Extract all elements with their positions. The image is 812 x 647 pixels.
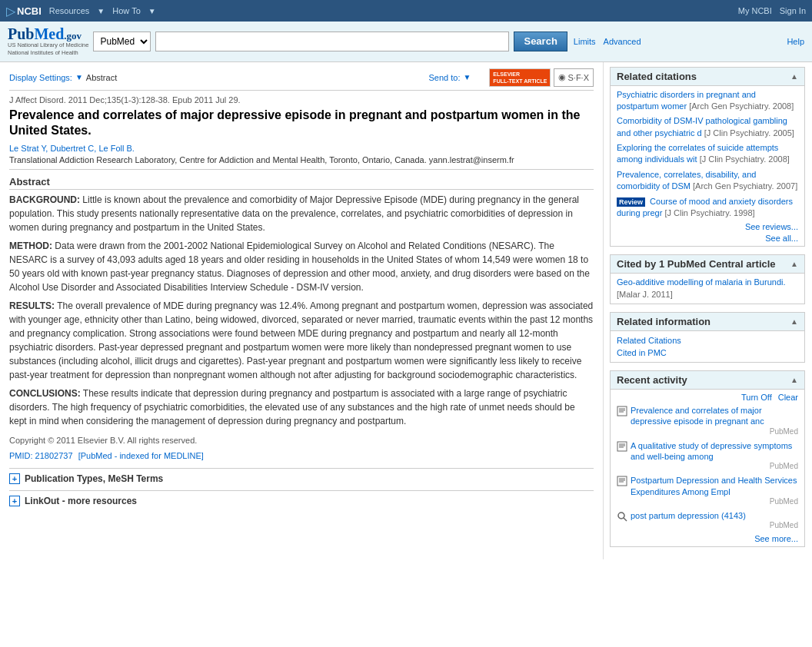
howto-dropdown-icon[interactable]: ▼ xyxy=(148,7,156,15)
abstract-method: METHOD: Data were drawn from the 2001-20… xyxy=(9,239,594,294)
cited-by-header: Cited by 1 PubMed Central article ▲ xyxy=(611,255,804,274)
pmid-source: [PubMed - indexed for MEDLINE] xyxy=(78,451,204,460)
expand-icon-linkout[interactable]: + xyxy=(9,496,20,506)
resources-link[interactable]: Resources xyxy=(49,6,90,15)
abstract-results: RESULTS: The overall prevalence of MDE d… xyxy=(9,299,594,382)
cited-by-item[interactable]: Geo-additive modelling of malaria in Bur… xyxy=(617,277,798,300)
activity-article-icon-2 xyxy=(617,476,627,486)
review-badge: Review xyxy=(617,197,645,207)
related-info-header: Related information ▲ xyxy=(611,313,804,331)
article-area: Display Settings: ▼ Abstract Send to: ▼ … xyxy=(0,62,604,560)
related-citations-title: Related citations xyxy=(617,71,697,82)
article-authors[interactable]: Le Strat Y, Dubertret C, Le Foll B. xyxy=(9,144,594,153)
abstract-heading: Abstract xyxy=(9,176,594,190)
sidebar: Related citations ▲ Psychiatric disorder… xyxy=(604,62,811,560)
search-bar: PubMed.gov US National Library of Medici… xyxy=(0,22,812,62)
resources-dropdown-icon[interactable]: ▼ xyxy=(97,7,105,15)
activity-text-3[interactable]: post partum depression (4143) PubMed xyxy=(631,510,798,529)
clear-link[interactable]: Clear xyxy=(778,393,798,402)
advanced-link[interactable]: Advanced xyxy=(604,37,641,46)
conclusions-text: These results indicate that depression d… xyxy=(9,388,575,426)
sign-in-link[interactable]: Sign In xyxy=(780,6,806,15)
search-input[interactable] xyxy=(155,32,509,51)
activity-search-icon xyxy=(617,511,627,522)
see-all-link[interactable]: See all... xyxy=(617,234,798,243)
ncbi-bracket-left: ▷ xyxy=(6,4,15,18)
svg-line-13 xyxy=(624,518,627,521)
related-info-scroll[interactable]: ▲ xyxy=(790,317,798,326)
pubmed-logo-area: PubMed.gov US National Library of Medici… xyxy=(8,26,88,57)
activity-item-2: Postpartum Depression and Health Service… xyxy=(617,475,798,506)
activity-text-1[interactable]: A qualitative study of depressive sympto… xyxy=(631,440,798,471)
display-settings-group: Display Settings: ▼ Abstract xyxy=(9,73,117,82)
limits-link[interactable]: Limits xyxy=(574,37,596,46)
article-affiliation: Translational Addiction Research Laborat… xyxy=(9,155,594,170)
expand-icon-pub[interactable]: + xyxy=(9,473,20,484)
search-button[interactable]: Search xyxy=(514,32,567,51)
display-dropdown-icon[interactable]: ▼ xyxy=(75,73,83,81)
related-info-title: Related information xyxy=(617,316,710,327)
method-text: Data were drawn from the 2001-2002 Natio… xyxy=(9,241,590,293)
activity-item-3: post partum depression (4143) PubMed xyxy=(617,510,798,529)
results-text: The overall prevalence of MDE during pre… xyxy=(9,300,593,380)
send-to-link[interactable]: Send to: xyxy=(428,73,460,82)
activity-item-0: Prevalence and correlates of major depre… xyxy=(617,405,798,436)
recent-activity-scroll[interactable]: ▲ xyxy=(790,376,798,384)
conclusions-label: CONCLUSIONS: xyxy=(9,388,81,399)
related-citation-1[interactable]: Comorbidity of DSM-IV pathological gambl… xyxy=(617,115,798,139)
related-citation-3[interactable]: Prevalence, correlates, disability, and … xyxy=(617,169,798,193)
activity-item-1: A qualitative study of depressive sympto… xyxy=(617,440,798,471)
cited-by-scroll[interactable]: ▲ xyxy=(790,260,798,268)
turn-off-link[interactable]: Turn Off xyxy=(741,393,772,402)
cited-by-section: Cited by 1 PubMed Central article ▲ Geo-… xyxy=(610,254,805,304)
pubmed-subtitle: US National Library of Medicine National… xyxy=(8,41,88,57)
cited-in-pmc-link[interactable]: Cited in PMC xyxy=(617,347,798,359)
article-citation: J Affect Disord. 2011 Dec;135(1-3):128-3… xyxy=(9,95,594,105)
abstract-conclusions: CONCLUSIONS: These results indicate that… xyxy=(9,387,594,428)
related-citation-0[interactable]: Psychiatric disorders in pregnant and po… xyxy=(617,89,798,113)
activity-controls-bar: Turn Off Clear xyxy=(617,393,798,402)
publication-types-section[interactable]: + Publication Types, MeSH Terms xyxy=(9,468,594,489)
help-link[interactable]: Help xyxy=(787,37,804,46)
main-content: Display Settings: ▼ Abstract Send to: ▼ … xyxy=(0,62,812,560)
activity-article-icon-0 xyxy=(617,406,627,416)
my-ncbi-link[interactable]: My NCBI xyxy=(738,6,772,15)
results-label: RESULTS: xyxy=(9,300,55,311)
article-title: Prevalence and correlates of major depre… xyxy=(9,108,594,140)
recent-activity-body: Turn Off Clear Prevalence and correlates… xyxy=(611,390,804,546)
related-citation-4[interactable]: Review Course of mood and anxiety disord… xyxy=(617,196,798,220)
how-to-link[interactable]: How To xyxy=(112,6,140,15)
see-reviews-link[interactable]: See reviews... xyxy=(617,222,798,231)
svg-rect-4 xyxy=(617,442,627,451)
background-label: BACKGROUND: xyxy=(9,194,80,205)
search-database-select[interactable]: PubMed xyxy=(93,32,151,51)
activity-article-icon-1 xyxy=(617,441,627,452)
svg-rect-8 xyxy=(617,476,627,486)
pubmed-logo: PubMed.gov xyxy=(8,26,88,41)
send-to-icon[interactable]: ▼ xyxy=(463,73,471,81)
sfx-logo[interactable]: ◉ S·F·X xyxy=(554,68,594,87)
activity-text-0[interactable]: Prevalence and correlates of major depre… xyxy=(631,405,798,436)
display-settings-link[interactable]: Display Settings: xyxy=(9,73,72,82)
svg-point-12 xyxy=(618,513,624,519)
related-citations-header: Related citations ▲ xyxy=(611,68,804,86)
related-citations-link[interactable]: Related Citations xyxy=(617,334,798,347)
elsevier-logo[interactable]: ELSEVIER FULL-TEXT ARTICLE xyxy=(489,68,551,87)
activity-text-2[interactable]: Postpartum Depression and Health Service… xyxy=(631,475,798,506)
top-navigation: ▷ NCBI Resources ▼ How To ▼ My NCBI Sign… xyxy=(0,0,812,22)
pmid-value: PMID: 21802737 xyxy=(9,451,73,460)
related-citations-scroll[interactable]: ▲ xyxy=(790,72,798,81)
see-more-link[interactable]: See more... xyxy=(617,534,798,543)
abstract-section: Abstract BACKGROUND: Little is known abo… xyxy=(9,176,594,428)
abstract-background: BACKGROUND: Little is known about the pr… xyxy=(9,193,594,234)
related-citation-2[interactable]: Exploring the correlates of suicide atte… xyxy=(617,142,798,166)
recent-activity-header: Recent activity ▲ xyxy=(611,371,804,390)
related-information-section: Related information ▲ Related Citations … xyxy=(610,312,805,363)
ncbi-logo[interactable]: ▷ NCBI xyxy=(6,4,42,18)
pmid-line: PMID: 21802737 [PubMed - indexed for MED… xyxy=(9,451,594,460)
background-text: Little is known about the prevalence and… xyxy=(9,194,579,233)
linkout-section[interactable]: + LinkOut - more resources xyxy=(9,490,594,511)
top-right-nav: My NCBI Sign In xyxy=(738,6,806,15)
display-bar: Display Settings: ▼ Abstract Send to: ▼ … xyxy=(9,68,594,91)
cited-by-title: Cited by 1 PubMed Central article xyxy=(617,258,776,270)
